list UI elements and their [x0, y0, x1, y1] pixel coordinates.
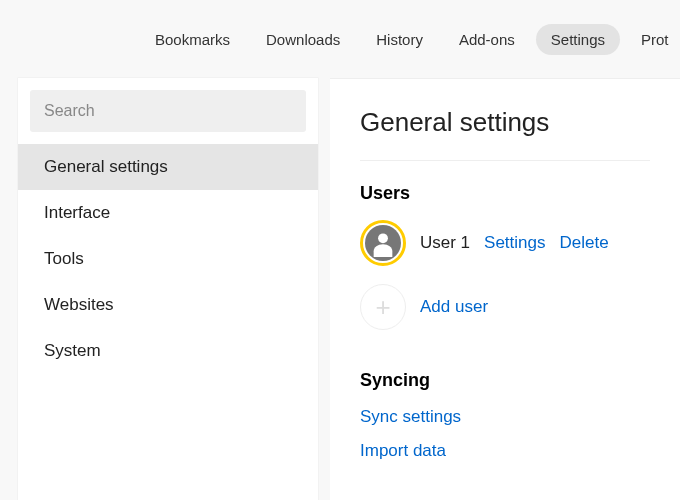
sidebar-item-general[interactable]: General settings	[18, 144, 318, 190]
content-inner: General settings Users User 1 Settings D…	[330, 107, 680, 461]
avatar[interactable]	[360, 220, 406, 266]
page-title: General settings	[360, 107, 650, 161]
add-user-label: Add user	[420, 297, 488, 317]
users-section-title: Users	[360, 183, 650, 204]
svg-point-0	[378, 233, 388, 243]
sidebar-item-interface[interactable]: Interface	[18, 190, 318, 236]
content-panel: General settings Users User 1 Settings D…	[330, 78, 680, 500]
syncing-section-title: Syncing	[360, 370, 650, 391]
import-data-link[interactable]: Import data	[360, 441, 650, 461]
user-settings-link[interactable]: Settings	[484, 233, 545, 253]
person-icon	[365, 225, 401, 261]
add-user-row[interactable]: + Add user	[360, 284, 650, 330]
search-input[interactable]	[30, 90, 306, 132]
top-nav-downloads[interactable]: Downloads	[251, 24, 355, 55]
user-row: User 1 Settings Delete	[360, 220, 650, 266]
top-nav-protection[interactable]: Prot	[626, 24, 680, 55]
top-nav: Bookmarks Downloads History Add-ons Sett…	[0, 0, 680, 78]
sync-settings-link[interactable]: Sync settings	[360, 407, 650, 427]
top-nav-addons[interactable]: Add-ons	[444, 24, 530, 55]
top-nav-history[interactable]: History	[361, 24, 438, 55]
top-nav-bookmarks[interactable]: Bookmarks	[140, 24, 245, 55]
sidebar-item-tools[interactable]: Tools	[18, 236, 318, 282]
sidebar-item-system[interactable]: System	[18, 328, 318, 374]
top-nav-settings[interactable]: Settings	[536, 24, 620, 55]
user-name: User 1	[420, 233, 470, 253]
main-area: General settings Interface Tools Website…	[0, 78, 680, 500]
plus-icon: +	[375, 294, 390, 320]
settings-sidebar: General settings Interface Tools Website…	[18, 78, 318, 500]
sync-links: Sync settings Import data	[360, 407, 650, 461]
user-delete-link[interactable]: Delete	[560, 233, 609, 253]
search-wrap	[18, 90, 318, 144]
add-user-icon: +	[360, 284, 406, 330]
sidebar-item-websites[interactable]: Websites	[18, 282, 318, 328]
